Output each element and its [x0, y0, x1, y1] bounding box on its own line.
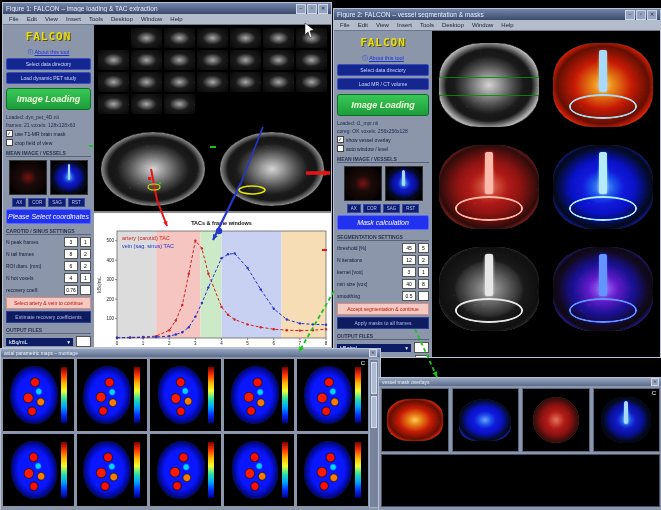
montage-slice[interactable] [296, 72, 327, 92]
menu-item[interactable]: Window [141, 16, 162, 22]
param-step-field[interactable]: 2 [80, 249, 91, 259]
montage-slice[interactable] [131, 28, 162, 48]
checkbox[interactable]: ✓ [337, 136, 344, 143]
menu-item[interactable]: Help [501, 22, 513, 28]
view-button[interactable]: SAG [48, 198, 66, 207]
units-spinner[interactable] [414, 342, 429, 353]
map-cell[interactable] [224, 434, 295, 506]
overlay-panel[interactable] [381, 388, 449, 452]
menu-item[interactable]: Edit [358, 22, 368, 28]
primary-action-button[interactable]: Mask calculation [337, 215, 429, 230]
units-spinner[interactable] [76, 336, 91, 347]
mask-panel[interactable] [438, 39, 540, 131]
view-button[interactable]: RST [68, 198, 85, 207]
montage-slice[interactable] [296, 50, 327, 70]
map-cell[interactable] [150, 359, 221, 431]
view-button[interactable]: AX [12, 198, 26, 207]
menu-item[interactable]: File [9, 16, 19, 22]
montage-slice[interactable] [164, 28, 195, 48]
param-value-field[interactable]: 8 [64, 249, 78, 259]
montage-slice[interactable] [131, 94, 162, 114]
map-cell[interactable] [3, 434, 74, 506]
param-step-field[interactable]: 1 [418, 267, 429, 277]
montage-slice[interactable] [197, 72, 228, 92]
select-directory-button[interactable]: Select data directory [337, 64, 429, 76]
tac-plot[interactable]: 012345678100200300400500TACs & frame win… [94, 211, 331, 347]
continue-button[interactable]: Accept segmentation & continue [337, 303, 429, 315]
view-button[interactable]: RST [402, 204, 419, 213]
checkbox[interactable] [6, 139, 13, 146]
montage-slice[interactable] [131, 72, 162, 92]
view-button[interactable]: SAG [383, 204, 401, 213]
titlebar[interactable]: vessel mask overlays ✕ [379, 378, 661, 386]
param-step-field[interactable]: 8 [418, 279, 429, 289]
param-value-field[interactable]: 6 [64, 261, 78, 271]
param-value-field[interactable]: 12 [402, 255, 416, 265]
montage-slice[interactable] [197, 94, 228, 114]
checkbox[interactable] [337, 145, 344, 152]
titlebar[interactable]: Figure 1: FALCON – image loading & TAC e… [3, 3, 331, 14]
param-step-field[interactable]: 2 [80, 261, 91, 271]
montage-slice[interactable] [263, 28, 294, 48]
select-directory-button[interactable]: Select data directory [6, 58, 91, 70]
param-step-field[interactable] [80, 285, 91, 295]
param-value-field[interactable]: 45 [402, 243, 416, 253]
minimize-icon[interactable]: – [296, 4, 306, 14]
coronal-slice-vein[interactable] [220, 132, 324, 206]
menu-item[interactable]: Desktop [111, 16, 133, 22]
mask-panel[interactable] [552, 141, 654, 233]
menu-item[interactable]: Insert [66, 16, 81, 22]
maximize-icon[interactable]: ▫ [307, 4, 317, 14]
montage-slice[interactable] [230, 72, 261, 92]
montage-slice[interactable] [98, 50, 129, 70]
continue-button[interactable]: Select artery & vein to continue [6, 297, 91, 309]
param-value-field[interactable]: 0.76 [64, 285, 78, 295]
param-step-field[interactable]: 5 [418, 243, 429, 253]
param-step-field[interactable]: 1 [80, 237, 91, 247]
scrollbar-thumb[interactable] [371, 396, 377, 428]
menu-item[interactable]: Tools [89, 16, 103, 22]
corner-tool-icon[interactable]: C [652, 390, 656, 396]
menu-item[interactable]: View [376, 22, 389, 28]
map-cell[interactable] [297, 434, 368, 506]
montage-slice[interactable] [296, 94, 327, 114]
menu-item[interactable]: Desktop [442, 22, 464, 28]
mean-image-thumb[interactable] [344, 166, 382, 201]
voxels-field[interactable]: 50 [415, 355, 429, 357]
montage-slice[interactable] [197, 28, 228, 48]
menu-item[interactable]: File [340, 22, 350, 28]
param-value-field[interactable]: 0.5 [402, 291, 416, 301]
mask-panel[interactable] [438, 243, 540, 335]
map-cell[interactable] [150, 434, 221, 506]
about-link[interactable]: ⓘ About this tool [337, 55, 429, 62]
close-icon[interactable]: ✕ [647, 10, 657, 20]
overlay-panel[interactable]: C [593, 388, 661, 452]
overlay-panel[interactable] [522, 388, 590, 452]
montage-slice[interactable] [230, 94, 261, 114]
menu-item[interactable]: Window [472, 22, 493, 28]
mean-image-thumb[interactable] [9, 160, 47, 195]
compute-button[interactable]: Apply masks to all frames [337, 317, 429, 329]
menu-item[interactable]: Insert [397, 22, 412, 28]
primary-action-button[interactable]: Please Select coordinates [6, 209, 91, 224]
montage-slice[interactable] [164, 50, 195, 70]
units-dropdown[interactable]: kBq/mL▾ [6, 338, 73, 346]
scrollbar-thumb[interactable] [371, 362, 377, 394]
map-cell[interactable] [224, 359, 295, 431]
coronal-slice-artery[interactable] [101, 132, 205, 206]
mask-panel[interactable] [438, 141, 540, 233]
close-icon[interactable]: ✕ [651, 378, 659, 386]
close-icon[interactable]: ✕ [369, 349, 377, 357]
vessel-image-thumb[interactable] [385, 166, 423, 201]
menu-item[interactable]: Help [170, 16, 182, 22]
image-loading-button[interactable]: Image Loading [337, 94, 429, 116]
titlebar[interactable]: Figure 2: FALCON – vessel segmentation &… [334, 9, 660, 20]
overlay-panel[interactable] [452, 388, 520, 452]
load-study-button[interactable]: Load dynamic PET study [6, 72, 91, 84]
menu-item[interactable]: View [45, 16, 58, 22]
montage-slice[interactable] [230, 28, 261, 48]
param-value-field[interactable]: 3 [64, 237, 78, 247]
param-value-field[interactable]: 3 [402, 267, 416, 277]
corner-tool-icon[interactable]: C [361, 360, 365, 366]
view-button[interactable]: COR [28, 198, 46, 207]
